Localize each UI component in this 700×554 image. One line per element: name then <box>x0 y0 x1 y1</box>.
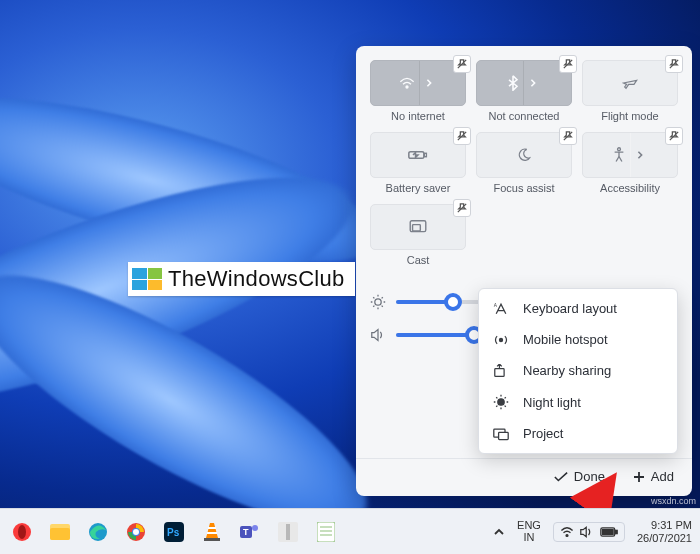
done-button[interactable]: Done <box>554 469 605 484</box>
tile-flight-mode: Flight mode <box>582 60 678 124</box>
svg-point-15 <box>499 338 502 341</box>
project-icon <box>493 427 511 441</box>
language-switcher[interactable]: ENG IN <box>517 520 541 543</box>
tile-wifi-expand[interactable] <box>419 61 437 105</box>
svg-rect-19 <box>499 432 509 439</box>
svg-rect-37 <box>286 524 290 540</box>
svg-point-27 <box>133 529 139 535</box>
dropdown-item-night-light[interactable]: Night light <box>479 386 677 418</box>
teams-icon[interactable]: T <box>236 518 264 546</box>
clock-time: 9:31 PM <box>637 519 692 531</box>
night-light-icon <box>493 394 511 410</box>
tile-label: Not connected <box>476 110 572 124</box>
system-tray[interactable] <box>553 522 625 542</box>
svg-rect-44 <box>615 530 617 533</box>
dropdown-label: Project <box>523 426 563 441</box>
taskbar-right: ENG IN 9:31 PM 26/07/2021 <box>493 519 692 543</box>
svg-point-42 <box>566 534 568 536</box>
dropdown-item-project[interactable]: Project <box>479 418 677 449</box>
accessibility-icon <box>612 147 626 163</box>
brightness-icon <box>370 294 386 310</box>
wifi-tray-icon <box>560 526 574 538</box>
chrome-icon[interactable] <box>122 518 150 546</box>
tile-bluetooth: Not connected <box>476 60 572 124</box>
vlc-icon[interactable] <box>198 518 226 546</box>
clock-date: 26/07/2021 <box>637 532 692 544</box>
add-label: Add <box>651 469 674 484</box>
done-label: Done <box>574 469 605 484</box>
tile-battery-saver: Battery saver <box>370 132 466 196</box>
unpin-icon[interactable] <box>453 199 471 217</box>
tile-battery-button[interactable] <box>370 132 466 178</box>
svg-rect-30 <box>208 527 216 529</box>
tile-flight-button[interactable] <box>582 60 678 106</box>
unpin-icon[interactable] <box>665 55 683 73</box>
check-icon <box>554 471 568 483</box>
unpin-icon[interactable] <box>453 55 471 73</box>
tile-label: Battery saver <box>370 182 466 196</box>
tile-accessibility-expand[interactable] <box>630 133 648 177</box>
volume-icon <box>370 328 386 342</box>
tile-bluetooth-expand[interactable] <box>523 61 541 105</box>
explorer-icon[interactable] <box>46 518 74 546</box>
svg-rect-23 <box>50 528 70 540</box>
lang-primary: ENG <box>517 520 541 532</box>
svg-rect-38 <box>317 522 335 542</box>
edge-icon[interactable] <box>84 518 112 546</box>
dropdown-label: Mobile hotspot <box>523 332 608 347</box>
moon-icon <box>517 148 531 162</box>
opera-icon[interactable] <box>8 518 36 546</box>
windows-logo-icon <box>132 268 162 290</box>
attribution-text: wsxdn.com <box>651 496 696 506</box>
taskbar-clock[interactable]: 9:31 PM 26/07/2021 <box>637 519 692 543</box>
tile-bluetooth-button[interactable] <box>476 60 572 106</box>
tile-wifi: No internet <box>370 60 466 124</box>
watermark-banner: TheWindowsClub <box>128 262 355 296</box>
unpin-icon[interactable] <box>665 127 683 145</box>
quick-settings-tiles: No internet Not connected <box>370 60 678 268</box>
battery-tray-icon <box>600 527 618 537</box>
svg-rect-32 <box>204 538 220 541</box>
dropdown-label: Keyboard layout <box>523 301 617 316</box>
lang-secondary: IN <box>517 532 541 544</box>
svg-point-0 <box>406 86 408 88</box>
taskbar: Ps T ENG IN <box>0 508 700 554</box>
tile-focus-button[interactable] <box>476 132 572 178</box>
dropdown-item-nearby-sharing[interactable]: Nearby sharing <box>479 355 677 386</box>
tile-label: Accessibility <box>582 182 678 196</box>
watermark-text: TheWindowsClub <box>168 266 345 292</box>
unpin-icon[interactable] <box>453 127 471 145</box>
tile-cast-button[interactable] <box>370 204 466 250</box>
svg-point-8 <box>618 148 621 151</box>
add-button[interactable]: Add <box>633 469 674 484</box>
tile-accessibility-button[interactable] <box>582 132 678 178</box>
svg-rect-31 <box>207 532 217 534</box>
nearby-share-icon <box>493 364 511 378</box>
tile-wifi-button[interactable] <box>370 60 466 106</box>
volume-tray-icon <box>580 526 594 538</box>
tray-chevron-icon[interactable] <box>493 527 505 537</box>
notepad-icon[interactable] <box>312 518 340 546</box>
svg-point-21 <box>18 525 26 539</box>
7zip-icon[interactable] <box>274 518 302 546</box>
cast-icon <box>409 220 427 234</box>
unpin-icon[interactable] <box>559 127 577 145</box>
dropdown-label: Nearby sharing <box>523 363 611 378</box>
hotspot-icon <box>493 333 511 347</box>
battery-saver-icon <box>408 149 428 161</box>
svg-text:T: T <box>243 527 249 537</box>
tile-label: Cast <box>370 254 466 268</box>
tile-accessibility: Accessibility <box>582 132 678 196</box>
dropdown-item-keyboard-layout[interactable]: A Keyboard layout <box>479 293 677 324</box>
photoshop-icon[interactable]: Ps <box>160 518 188 546</box>
svg-rect-45 <box>602 529 613 534</box>
desktop-root: No internet Not connected <box>0 0 700 554</box>
dropdown-item-mobile-hotspot[interactable]: Mobile hotspot <box>479 324 677 355</box>
svg-rect-11 <box>413 225 421 231</box>
unpin-icon[interactable] <box>559 55 577 73</box>
wifi-icon <box>399 76 415 90</box>
quick-settings-footer: Done Add <box>356 458 692 496</box>
slider-thumb[interactable] <box>444 293 462 311</box>
quick-settings-panel: No internet Not connected <box>356 46 692 496</box>
taskbar-left: Ps T <box>8 518 340 546</box>
